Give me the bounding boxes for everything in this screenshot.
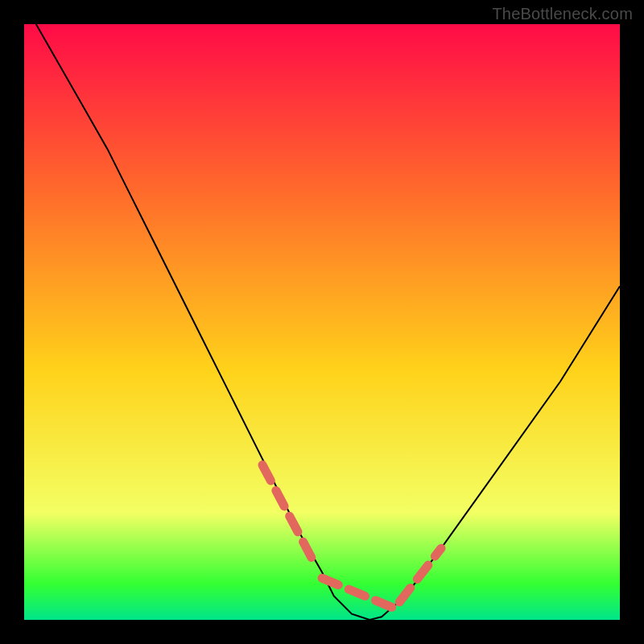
gradient-backdrop bbox=[24, 24, 620, 620]
plot-area bbox=[24, 24, 620, 620]
watermark-text: TheBottleneck.com bbox=[492, 5, 633, 23]
chart-svg bbox=[24, 24, 620, 620]
chart-frame: TheBottleneck.com bbox=[0, 0, 644, 644]
